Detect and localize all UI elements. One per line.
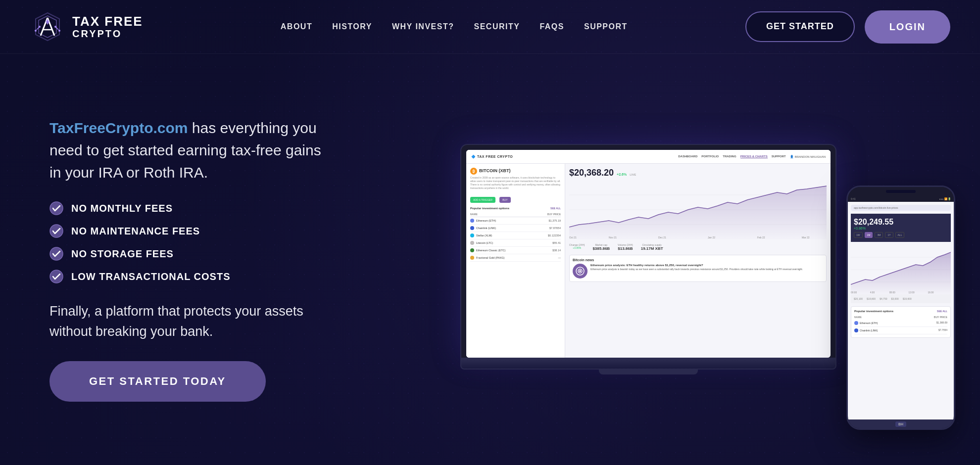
svg-text:4:00: 4:00 [870,291,875,294]
phone-mockup: 9:41 ●●● 📶 🔋 app.taxfreecrypto.com/bitco… [846,186,955,430]
feature-item: NO MONTHLY FEES [49,201,327,215]
feature-item: NO STORAGE FEES [49,247,327,261]
table-header: Popular investment options SEE ALL [470,207,561,210]
screen-logo: 🔷 TAX FREE CRYPTO [471,155,513,159]
table-row: Ethereum (ETH) $1,375.19 [470,217,561,225]
svg-text:16:00: 16:00 [928,291,933,294]
svg-text:Nov 21: Nov 21 [609,236,617,239]
phone-table-row: Chainlink (LINK) $7.7554 [854,327,947,334]
svg-text:08:00: 08:00 [889,291,895,294]
laptop-screen: 🔷 TAX FREE CRYPTO DASHBOARD PORTFOLIO TR… [466,150,831,358]
svg-line-9 [55,27,58,30]
phone-notch [848,187,954,196]
screen-topbar: 🔷 TAX FREE CRYPTO DASHBOARD PORTFOLIO TR… [466,150,831,164]
screen-chart-panel: $20,368.20 +2.6% LIVE [565,164,831,358]
coin-desc: Created in 2009 as an open-source softwa… [470,176,561,190]
svg-text:00:00: 00:00 [851,291,857,294]
features-list: NO MONTHLY FEES NO MAINTENANCE FEES NO S… [49,201,327,283]
svg-point-27 [579,270,581,272]
stats-row: Change (24H) +3.95% Market cap $385.86B … [569,243,827,251]
feature-item: NO MAINTENANCE FEES [49,224,327,238]
table-row: Litecoin (LTC) $55.41 [470,239,561,247]
svg-text:Oct 21: Oct 21 [569,236,577,239]
svg-point-11 [58,30,60,32]
nav-support[interactable]: SUPPORT [584,22,628,31]
nav-history[interactable]: HISTORY [332,22,372,31]
left-content: TaxFreeCrypto.com has everything you nee… [49,117,327,402]
phone-price-area: $20,249.55 +3.86% 1W 1M 3M 1Y ALL [851,214,951,242]
phone-bottom: BH [848,419,954,428]
tagline: Finally, a platform that protects your a… [49,301,327,341]
stat-marketcap: Market cap $385.86B [592,243,610,251]
svg-point-10 [35,30,37,32]
buy-button[interactable]: BUY [499,197,510,203]
price-chart: Oct 21 Nov 21 Dec 21 Jan 22 Feb 22 Mar 2… [569,180,827,239]
phone-chart: 00:00 4:00 08:00 12:00 16:00 [851,245,951,294]
phone-address-bar: app.taxfreecrypto.com/bitcoin-live-price… [851,205,951,211]
logo-icon [30,9,65,45]
site-link[interactable]: TaxFreeCrypto.com [49,120,188,136]
news-item: Ethereum price analysis: ETH healthy ret… [573,264,823,279]
logo[interactable]: TAX FREE CRYPTO [30,9,143,45]
check-icon-4 [49,270,63,283]
see-all-link[interactable]: SEE ALL [550,207,561,210]
svg-text:Dec 21: Dec 21 [658,236,666,239]
phone-status-bar: 9:41 ●●● 📶 🔋 [848,196,954,202]
get-started-button[interactable]: GET STARTED [745,11,855,42]
svg-text:Mar 22: Mar 22 [802,236,810,239]
trigger-button[interactable]: ADD A TRIGGER [470,197,495,203]
laptop-mockup: 🔷 TAX FREE CRYPTO DASHBOARD PORTFOLIO TR… [460,144,836,374]
news-section: Bitcoin news Ethereum price analysis: ET… [569,255,827,282]
check-icon-1 [49,201,63,215]
svg-text:Jan 22: Jan 22 [708,236,715,239]
header-actions: GET STARTED LOGIN [745,10,950,44]
laptop-foot [599,370,698,374]
check-icon-2 [49,224,63,238]
stat-volume: Volume (24H) $13.86B [618,243,633,251]
screen-left-panel: ₿ BITCOIN (XBT) Created in 2009 as an op… [466,164,565,358]
table-row: Fractional Gold (PAXG) — [470,254,561,262]
main-nav: ABOUT HISTORY WHY INVEST? SECURITY FAQS … [281,22,628,31]
login-button[interactable]: LOGIN [865,10,950,44]
stat-supply: Circulating supply 19.17M XBT [641,243,663,251]
phone-time-tabs: 1W 1M 3M 1Y ALL [854,232,948,238]
check-icon-3 [49,247,63,261]
table-row: Chainlink (LINK) $7.87654 [470,225,561,232]
nav-security[interactable]: SECURITY [474,22,520,31]
svg-point-12 [50,202,63,215]
screen-user: 👤 BRANDON MAUGHAN [790,155,826,158]
screen-body: ₿ BITCOIN (XBT) Created in 2009 as an op… [466,164,831,358]
laptop-base [460,359,836,370]
table-row: Ethereum Classic (ETC) $38.14 [470,247,561,254]
phone-stats: $20,100 $19,600 $4,750 $3,000 $19,600 [851,294,951,303]
svg-point-15 [50,270,63,283]
hero-text: TaxFreeCrypto.com has everything you nee… [49,117,327,184]
svg-point-14 [50,247,63,260]
phone-screen: app.taxfreecrypto.com/bitcoin-live-price… [848,202,954,419]
price-display: $20,368.20 +2.6% LIVE [569,168,827,178]
news-icon [573,264,588,279]
feature-item: LOW TRANSACTIONAL COSTS [49,270,327,283]
svg-text:Feb 22: Feb 22 [757,236,765,239]
screen-nav: DASHBOARD PORTFOLIO TRADING PRICES & CHA… [678,155,785,158]
logo-text: TAX FREE CRYPTO [72,14,143,40]
stat-change: Change (24H) +3.95% [569,243,585,251]
table-row: Stellar (XLM) $0.122354 [470,232,561,239]
svg-line-8 [37,27,40,30]
bh-badge: BH [895,421,906,427]
device-mockups: 🔷 TAX FREE CRYPTO DASHBOARD PORTFOLIO TR… [356,74,940,445]
cta-button[interactable]: GET STARTED TODAY [49,361,266,402]
phone-table-row: Ethereum (ETH) $1,368.09 [854,320,947,327]
nav-faqs[interactable]: FAQS [539,22,564,31]
phone-popular-section: Popular investment options SEE ALL NAME … [851,306,951,338]
nav-about[interactable]: ABOUT [281,22,312,31]
nav-why-invest[interactable]: WHY INVEST? [392,22,454,31]
svg-point-13 [50,225,63,237]
svg-text:12:00: 12:00 [909,291,915,294]
